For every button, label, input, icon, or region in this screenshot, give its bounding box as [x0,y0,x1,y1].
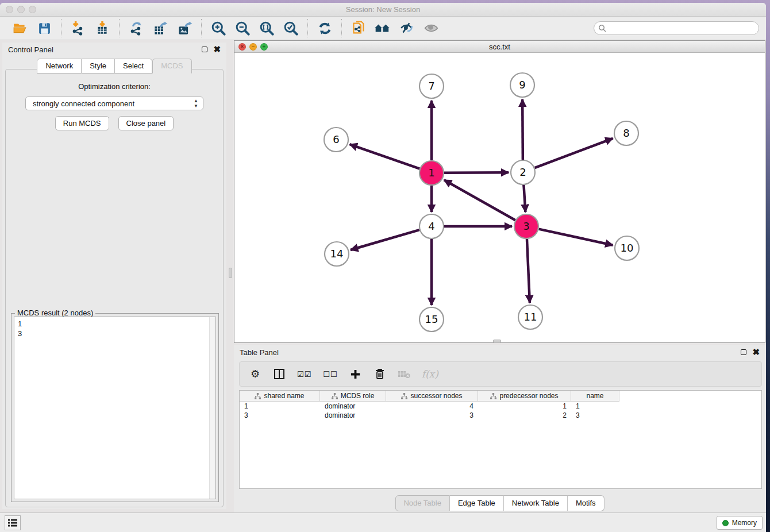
vertical-splitter-grip[interactable] [229,268,232,278]
graph-node-6[interactable]: 6 [324,128,348,152]
memory-button[interactable]: Memory [717,516,763,530]
svg-text:4: 4 [428,220,434,232]
graph-edge-2-9[interactable] [522,99,523,160]
graph-edge-2-8[interactable] [535,138,613,168]
zoom-fit-button[interactable] [258,20,275,37]
minimize-window-button[interactable] [17,6,25,13]
open-file-button[interactable] [11,20,29,37]
table-row[interactable]: 3dominator323 [240,411,761,420]
close-panel-icon[interactable]: ✖ [213,47,221,52]
graph-edge-2-3[interactable] [523,185,525,212]
select-none-button[interactable]: ☐☐ [323,367,337,381]
graph-node-15[interactable]: 15 [419,307,444,331]
panel-tab-network-table[interactable]: Network Table [504,495,568,511]
optimization-criterion-select[interactable]: strongly connected component ▲▼ [25,97,203,110]
result-scrollbar[interactable] [209,317,215,499]
run-mcds-button[interactable]: Run MCDS [55,116,109,130]
table-cell[interactable]: 4 [386,402,478,411]
graph-node-11[interactable]: 11 [518,305,542,329]
add-column-button[interactable] [349,367,362,381]
panel-tab-node-table[interactable]: Node Table [395,495,450,511]
search-input[interactable] [594,21,759,35]
export-image-button[interactable] [176,20,193,37]
maximize-window-button[interactable] [29,6,36,13]
close-panel-button[interactable]: Close panel [118,116,174,130]
float-panel-icon[interactable] [202,47,207,52]
graph-edge-3-10[interactable] [538,229,613,245]
eye-icon [423,21,440,36]
table-cell[interactable]: 1 [478,402,571,411]
clone-network-button[interactable] [350,20,367,37]
task-history-button[interactable] [5,515,21,530]
svg-text:14: 14 [330,248,344,260]
network-canvas[interactable]: 7968124314101511 [234,53,765,342]
table-panel-tabs: Node TableEdge TableNetwork TableMotifs [395,495,604,511]
horizontal-splitter-grip[interactable] [493,340,501,343]
zoom-selected-button[interactable] [282,20,299,37]
control-tab-network[interactable]: Network [37,59,82,74]
table-panel: Table Panel ✖ ⚙ [234,345,765,512]
table-cell[interactable]: 1 [240,402,320,411]
svg-text:9: 9 [519,79,525,91]
columns-icon [274,368,285,380]
control-tab-mcds[interactable]: MCDS [152,59,191,74]
save-session-button[interactable] [36,20,53,37]
graph-node-1[interactable]: 1 [419,161,444,185]
close-table-panel-icon[interactable]: ✖ [752,349,760,355]
graph-edge-1-6[interactable] [350,144,420,168]
column-header-mcds-role[interactable]: MCDS role [320,391,386,402]
import-table-button[interactable] [94,20,111,37]
graph-node-2[interactable]: 2 [511,160,535,184]
zoom-fit-icon [259,21,275,36]
graph-node-10[interactable]: 10 [615,236,639,260]
network-minimize-button[interactable]: − [249,43,257,51]
network-maximize-button[interactable]: + [260,43,268,51]
column-visibility-button[interactable] [273,367,286,381]
close-window-button[interactable] [6,6,13,13]
graph-edge-1-2[interactable] [444,172,509,173]
import-network-button[interactable] [70,20,87,37]
refresh-button[interactable] [316,20,333,37]
mcds-tab-content: Optimization criterion: strongly connect… [5,69,224,507]
show-graphics-button[interactable] [422,20,440,37]
graph-edge-3-1[interactable] [444,180,515,220]
column-header-name[interactable]: name [571,391,619,402]
table-cell[interactable]: dominator [320,411,386,420]
panel-tab-motifs[interactable]: Motifs [568,495,605,511]
mcds-result-area[interactable]: 1 3 [14,317,216,499]
column-header-successor-nodes[interactable]: successor nodes [386,391,478,402]
column-header-shared-name[interactable]: shared name [240,391,320,402]
column-header-predecessor-nodes[interactable]: predecessor nodes [478,391,571,402]
table-cell[interactable]: 3 [386,411,478,420]
zoom-out-button[interactable] [234,20,251,37]
graph-node-8[interactable]: 8 [614,121,638,145]
panel-tab-edge-table[interactable]: Edge Table [450,495,504,511]
control-tab-select[interactable]: Select [115,59,152,74]
graph-edge-3-11[interactable] [527,239,530,303]
graph-node-3[interactable]: 3 [514,214,538,238]
export-network-button[interactable] [128,20,145,37]
graph-node-14[interactable]: 14 [325,242,349,266]
table-body: 1dominator4113dominator323 [240,402,761,420]
table-cell[interactable]: 2 [478,411,571,420]
table-settings-button[interactable]: ⚙ [249,367,261,381]
home-layout-button[interactable] [374,20,391,37]
delete-column-button[interactable] [374,367,386,381]
select-all-button[interactable]: ☑☑ [297,367,311,381]
control-tab-style[interactable]: Style [82,59,115,74]
graph-edge-4-14[interactable] [351,230,419,250]
table-cell[interactable]: dominator [320,402,386,411]
export-table-button[interactable] [152,20,169,37]
table-row[interactable]: 1dominator411 [240,402,761,411]
toolbar-separator [119,19,120,37]
zoom-in-button[interactable] [210,20,227,37]
hide-style-button[interactable] [398,20,415,37]
table-cell[interactable]: 1 [571,402,619,411]
network-close-button[interactable]: × [238,43,246,51]
float-table-panel-icon[interactable] [741,349,746,355]
table-cell[interactable]: 3 [240,411,320,420]
graph-node-4[interactable]: 4 [419,214,444,238]
table-cell[interactable]: 3 [571,411,619,420]
graph-node-7[interactable]: 7 [419,74,444,98]
graph-node-9[interactable]: 9 [510,73,534,97]
